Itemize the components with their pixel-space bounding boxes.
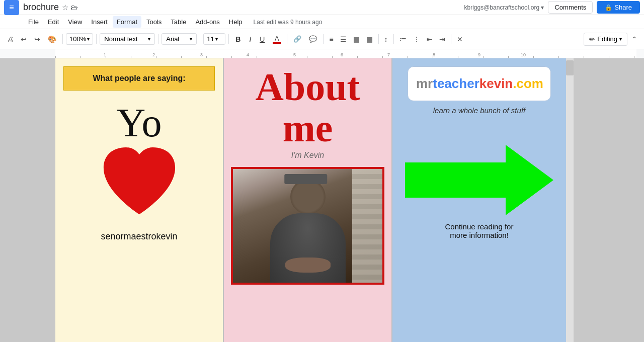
align-justify-button[interactable]: ▦ bbox=[364, 33, 375, 45]
chevron-down-icon: ▾ bbox=[619, 36, 622, 42]
clear-format-button[interactable]: ✕ bbox=[454, 33, 465, 45]
print-button[interactable]: 🖨 bbox=[4, 33, 16, 45]
redo-button[interactable]: ↪ bbox=[31, 33, 43, 45]
menu-file[interactable]: File bbox=[24, 16, 43, 28]
underline-button[interactable]: U bbox=[256, 33, 268, 45]
line-spacing-button[interactable]: ↕ bbox=[382, 33, 390, 45]
menu-tools[interactable]: Tools bbox=[142, 16, 166, 28]
im-kevin-text: I'm Kevin bbox=[291, 151, 324, 160]
font-size-dropdown[interactable]: 11 ▾ bbox=[203, 33, 225, 45]
paint-format-button[interactable]: 🎨 bbox=[45, 33, 59, 45]
numbered-list-button[interactable]: ≔ bbox=[397, 33, 409, 45]
bold-button[interactable]: B bbox=[232, 33, 244, 45]
star-icon[interactable]: ☆ bbox=[62, 3, 68, 12]
menu-view[interactable]: View bbox=[64, 16, 86, 28]
menu-help[interactable]: Help bbox=[225, 16, 247, 28]
font-dropdown[interactable]: Arial ▾ bbox=[162, 33, 197, 45]
main-area: What people are saying: Yo senormaestrok… bbox=[0, 58, 644, 342]
left-margin bbox=[0, 58, 55, 342]
green-arrow bbox=[405, 140, 553, 220]
panel-left[interactable]: What people are saying: Yo senormaestrok… bbox=[55, 58, 224, 342]
svg-marker-0 bbox=[405, 145, 553, 215]
comments-button[interactable]: Comments bbox=[548, 1, 593, 14]
italic-button[interactable]: I bbox=[246, 33, 255, 45]
align-right-button[interactable]: ▤ bbox=[351, 33, 362, 45]
pencil-icon: ✏ bbox=[589, 35, 595, 43]
heart-icon bbox=[94, 143, 185, 223]
dotcom-text: .com bbox=[513, 76, 543, 91]
name-text: senormaestrokevin bbox=[101, 231, 177, 242]
doc-title: brochure bbox=[23, 2, 59, 13]
increase-indent-button[interactable]: ⇥ bbox=[437, 33, 448, 45]
last-edit-label: Last edit was 9 hours ago bbox=[254, 19, 323, 26]
folder-icon[interactable]: 🗁 bbox=[70, 3, 78, 12]
toolbar: 🖨 ↩ ↪ 🎨 100% ▾ Normal text ▾ Arial ▾ 11 … bbox=[0, 29, 644, 49]
kevin-text: kevin bbox=[479, 76, 513, 91]
yo-text: Yo bbox=[117, 103, 162, 143]
panel-right[interactable]: mrteacherkevin.com learn a whole bunch o… bbox=[392, 58, 566, 342]
yellow-box-text: What people are saying: bbox=[93, 74, 185, 82]
menu-edit[interactable]: Edit bbox=[44, 16, 63, 28]
bullet-list-button[interactable]: ⋮ bbox=[411, 33, 423, 45]
chevron-down-icon: ▾ bbox=[190, 36, 192, 42]
website-box: mrteacherkevin.com bbox=[408, 66, 551, 101]
teacher-text: teacher bbox=[433, 76, 479, 91]
continue-reading-text: Continue reading for more information! bbox=[445, 222, 514, 239]
undo-button[interactable]: ↩ bbox=[18, 33, 30, 45]
menu-table[interactable]: Table bbox=[167, 16, 190, 28]
website-name: mrteacherkevin.com bbox=[416, 76, 543, 91]
link-button[interactable]: 🔗 bbox=[290, 33, 304, 45]
user-email[interactable]: kbriggs@bancraftschool.org ▾ bbox=[464, 4, 544, 11]
chevron-down-icon: ▾ bbox=[148, 36, 150, 42]
zoom-dropdown[interactable]: 100% ▾ bbox=[66, 33, 93, 45]
align-center-button[interactable]: ☰ bbox=[338, 33, 349, 45]
about-me-title: About me bbox=[230, 66, 385, 149]
menu-addons[interactable]: Add-ons bbox=[191, 16, 223, 28]
text-style-dropdown[interactable]: Normal text ▾ bbox=[100, 33, 155, 45]
chevron-down-icon: ▾ bbox=[215, 36, 218, 42]
green-arrow-container bbox=[398, 140, 560, 220]
photo-frame bbox=[231, 167, 384, 285]
ruler: 1 2 3 4 5 6 7 8 9 10 bbox=[0, 49, 644, 58]
menu-format[interactable]: Format bbox=[113, 16, 141, 28]
decrease-indent-button[interactable]: ⇤ bbox=[424, 33, 435, 45]
panel-middle[interactable]: About me I'm Kevin bbox=[224, 58, 392, 342]
comment-button[interactable]: 💬 bbox=[306, 33, 320, 45]
mr-text: mr bbox=[416, 76, 433, 91]
chevron-down-icon: ▾ bbox=[87, 36, 90, 42]
font-color-button[interactable]: A bbox=[270, 33, 284, 46]
collapse-toolbar-button[interactable]: ⌃ bbox=[629, 33, 640, 45]
menu-bar: File Edit View Insert Format Tools Table… bbox=[0, 15, 644, 29]
align-left-button[interactable]: ≡ bbox=[327, 33, 336, 45]
menu-insert[interactable]: Insert bbox=[87, 16, 112, 28]
learn-text: learn a whole bunch of stuff bbox=[433, 106, 525, 115]
share-button[interactable]: 🔒 Share bbox=[597, 1, 640, 14]
scrollbar[interactable] bbox=[566, 58, 574, 342]
editing-mode-dropdown[interactable]: ✏ Editing ▾ bbox=[584, 33, 627, 46]
app-menu-icon[interactable]: ≡ bbox=[4, 0, 19, 15]
lock-icon: 🔒 bbox=[605, 4, 612, 11]
yellow-box: What people are saying: bbox=[63, 66, 215, 91]
